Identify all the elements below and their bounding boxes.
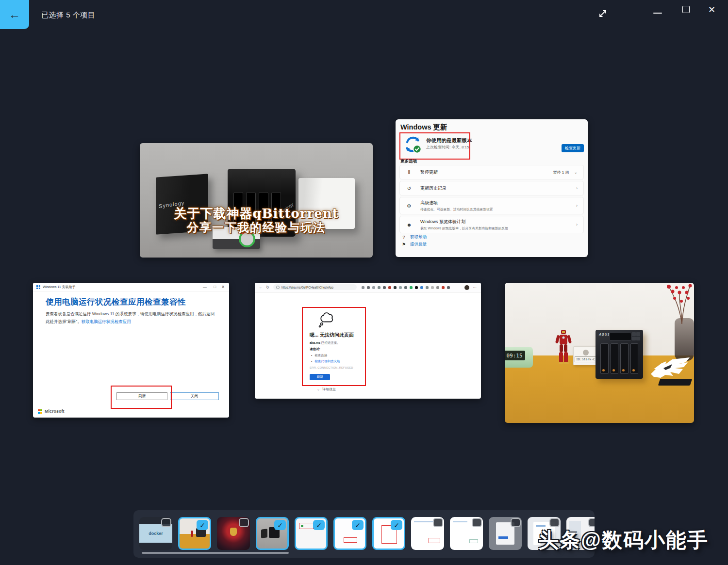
thumbnail-desk[interactable]: ✓ xyxy=(178,517,211,550)
annotation-red-box xyxy=(111,386,172,409)
asus-nas: ASUS xyxy=(596,330,643,379)
feedback-icon: ⚑ xyxy=(401,242,406,247)
annotation-red-box xyxy=(302,307,366,386)
dialog-maximize-icon: □ xyxy=(214,285,216,289)
windows-logo-icon xyxy=(36,285,40,289)
site-info-icon xyxy=(276,286,280,289)
check-badge[interactable]: ✓ xyxy=(352,520,364,530)
help-icon: ? xyxy=(401,235,406,240)
checkbox-empty[interactable] xyxy=(549,518,560,527)
details-toggle: ⌄ 详细信息 xyxy=(317,387,336,392)
row-update-history: ↺ 更新历史记录 › xyxy=(399,181,584,195)
nas-lcd-screen xyxy=(609,333,631,340)
more-options-label: 更多选项 xyxy=(400,159,417,164)
pause-duration-value: 暂停 1 周 xyxy=(553,170,569,175)
back-button[interactable]: ← xyxy=(0,0,29,29)
checkbox-empty[interactable] xyxy=(433,518,443,527)
row-advanced-options: ⚙ 高级选项 传递优化、可选更新、活动时间以及其他更新设置 › xyxy=(399,197,584,214)
gear-icon: ⚙ xyxy=(406,203,413,209)
extension-icon xyxy=(447,286,450,289)
thumbnail-label: docker xyxy=(149,531,163,536)
windows-update-title: Windows 更新 xyxy=(400,123,447,132)
browser-back-icon: ← xyxy=(259,285,263,290)
clock-display: 09:15 xyxy=(505,351,525,360)
check-updates-button: 检查更新 xyxy=(562,144,584,152)
filmstrip: docker✓✓✓✓✓ xyxy=(133,510,595,558)
extension-icon xyxy=(383,286,386,289)
check-badge[interactable]: ✓ xyxy=(313,520,325,530)
checkbox-empty[interactable] xyxy=(472,518,482,527)
filmstrip-scrollbar[interactable] xyxy=(142,552,289,554)
url-text: https://aka.ms/GetPCHealthCheckApp xyxy=(281,286,333,289)
expand-icon xyxy=(597,8,609,19)
watermark-text: 头条@数码小能手 xyxy=(538,527,709,554)
browser-extension-icons xyxy=(362,286,450,289)
thumbnail-nas[interactable]: ✓ xyxy=(256,517,289,550)
screenshot-windows-update[interactable]: Windows 更新 你使用的是最新版本 上次检查时间: 今天, 8:15 检查… xyxy=(396,119,588,257)
pause-icon: Ⅱ xyxy=(406,170,413,175)
microsoft-footer: Microsoft xyxy=(38,409,65,414)
rog-pixel-logo xyxy=(649,355,692,383)
microsoft-logo xyxy=(38,409,42,414)
check-badge[interactable]: ✓ xyxy=(197,520,208,530)
red-berry-branches xyxy=(660,283,694,324)
vase xyxy=(675,318,694,361)
check-badge[interactable]: ✓ xyxy=(274,520,286,530)
thumbnail-winupdate[interactable]: ✓ xyxy=(295,517,328,550)
thumbnail-dialog2[interactable] xyxy=(411,517,444,550)
chevron-down-icon: ⌄ xyxy=(574,170,578,175)
browser-menu-icon: … xyxy=(473,284,477,289)
arrow-left-icon: ← xyxy=(9,8,20,21)
fullscreen-button[interactable] xyxy=(597,8,609,19)
asus-logo: ASUS xyxy=(599,333,610,336)
id-card: ID:Stark-C xyxy=(573,346,598,365)
photo-desk-asus-nas[interactable]: 09:15 ID:Stark-C ASUS xyxy=(505,283,694,423)
history-icon: ↺ xyxy=(406,186,413,191)
extension-icon xyxy=(415,286,418,289)
feedback-link: ⚑ 提供反馈 xyxy=(401,242,427,247)
thumbnail-docker[interactable]: docker xyxy=(139,517,172,550)
dialog-close-icon: ✕ xyxy=(221,285,225,289)
checkbox-empty[interactable] xyxy=(588,518,595,527)
chevron-down-icon: ⌄ xyxy=(317,387,320,391)
photo-nas-promo[interactable]: Synology Synology 关于下载神器qBittorrent 分享一下… xyxy=(140,143,373,258)
extension-icon xyxy=(436,286,439,289)
check-badge[interactable]: ✓ xyxy=(391,520,402,530)
maximize-button[interactable] xyxy=(682,6,690,13)
thumbnail-dialog[interactable]: ✓ xyxy=(333,517,366,550)
thumbnail-dialog3[interactable] xyxy=(450,517,483,550)
extension-icon xyxy=(394,286,397,289)
extension-icon xyxy=(362,286,364,289)
desk-clock: 09:15 xyxy=(505,347,533,368)
thumbnail-helmet[interactable] xyxy=(217,517,250,550)
get-health-check-link: 获取电脑运行状况检查应用 xyxy=(82,319,131,324)
browser-reload-icon: ↻ xyxy=(266,285,269,290)
extension-icon xyxy=(420,286,423,289)
get-help-link: ? 获取帮助 xyxy=(401,234,427,240)
extension-icon xyxy=(442,286,445,289)
close-button[interactable]: ✕ xyxy=(708,4,715,15)
screenshot-installer-dialog[interactable]: Windows 11 安装助手 — □ ✕ 使用电脑运行状况检查应用检查兼容性 … xyxy=(33,283,229,418)
extension-icon xyxy=(388,286,391,289)
extension-icon xyxy=(404,286,407,289)
extension-icon xyxy=(378,286,381,289)
checkbox-empty[interactable] xyxy=(161,518,171,527)
extension-icon xyxy=(372,286,375,289)
profile-avatar xyxy=(464,285,469,290)
checkbox-empty[interactable] xyxy=(239,518,249,527)
thumbnail-settings-dark[interactable] xyxy=(489,517,522,550)
chevron-right-icon: › xyxy=(576,222,578,227)
row-pause-updates: Ⅱ 暂停更新 暂停 1 周 ⌄ xyxy=(399,165,584,179)
chevron-right-icon: › xyxy=(576,203,578,208)
nas-buttons xyxy=(632,332,641,341)
minimize-button[interactable] xyxy=(653,13,662,14)
checkbox-empty[interactable] xyxy=(511,518,521,527)
dialog-minimize-icon: — xyxy=(203,285,207,289)
filmstrip-track: docker✓✓✓✓✓ xyxy=(139,517,595,550)
thumbnail-browser[interactable]: ✓ xyxy=(372,517,405,550)
screenshot-browser-error[interactable]: ← ↻ https://aka.ms/GetPCHealthCheckApp …… xyxy=(255,283,481,399)
iron-man-figure xyxy=(552,329,575,375)
card-logo xyxy=(583,350,589,355)
annotation-red-box xyxy=(399,132,470,160)
extension-icon xyxy=(426,286,429,289)
